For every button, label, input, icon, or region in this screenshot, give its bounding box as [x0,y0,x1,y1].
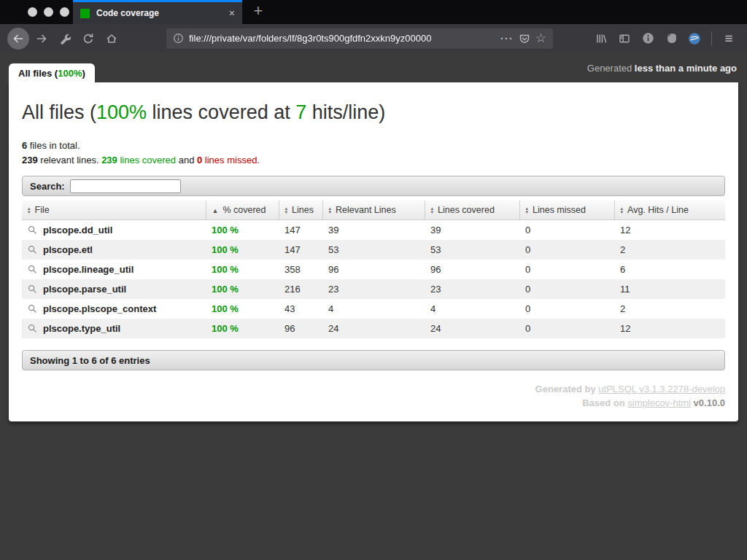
lines-cell: 96 [279,319,322,338]
utplsql-link[interactable]: utPLSQL v3.1.3.2278-develop [598,384,725,394]
tab-title: Code coverage [96,8,222,18]
coverage-header-band: All files (100%) Generated less than a m… [0,52,747,82]
file-name[interactable]: plscope.plscope_context [43,303,156,314]
magnifier-icon [28,265,37,274]
col-header-percent-covered[interactable]: ▲% covered [206,201,279,220]
window-minimize-button[interactable] [44,7,53,17]
file-name[interactable]: plscope.type_util [43,323,120,334]
window-controls [28,7,69,17]
table-row[interactable]: plscope.parse_util 100 % 216 23 23 0 11 [22,279,725,299]
back-icon [12,33,24,44]
sort-icon: ▴▾ [431,206,434,214]
title-hits: 7 [295,101,306,123]
reload-button[interactable] [77,28,99,50]
title-percent: 100% [96,101,147,123]
based-on-line: Based on simplecov-html v0.10.0 [22,396,725,410]
coverage-report-card: All files (100% lines covered at 7 hits/… [9,82,738,421]
col-header-lines[interactable]: ▴▾Lines [279,201,322,220]
blue-extension-button[interactable] [684,28,705,50]
tab-close-icon[interactable]: × [229,8,235,18]
relevant-lines-cell: 39 [322,220,425,241]
tools-button[interactable] [54,28,76,50]
sidebar-button[interactable] [614,28,635,50]
tab-favicon [80,9,90,18]
evernote-elephant-icon [665,32,678,44]
simplecov-html-link[interactable]: simplecov-html [627,397,691,408]
bookmark-star-icon[interactable]: ☆ [535,32,546,44]
library-button[interactable] [590,28,612,50]
all-files-tab[interactable]: All files (100%) [9,63,95,82]
window-close-button[interactable] [28,7,37,17]
evernote-extension-button[interactable] [660,28,682,50]
search-input[interactable] [70,179,181,193]
toolbar-separator [711,31,712,46]
magnifier-icon [28,225,37,235]
table-row[interactable]: plscope.lineage_util 100 % 358 96 96 0 6 [22,260,725,279]
lines-cell: 216 [279,279,322,299]
col-header-file[interactable]: ▴▾File [22,201,206,220]
col-header-lines-covered[interactable]: ▴▾Lines covered [425,201,519,220]
based-on-label: Based on [582,397,627,408]
col-header-lines-missed[interactable]: ▴▾Lines missed [519,201,614,220]
percent-covered-cell: 100 % [206,319,279,338]
percent-covered-cell: 100 % [206,299,279,319]
pocket-icon[interactable] [519,33,530,44]
magnifier-icon [28,245,37,254]
url-bar[interactable]: file:///private/var/folders/lf/8g3r0ts90… [166,28,553,49]
percent-covered-cell: 100 % [206,260,279,279]
avg-hits-cell: 2 [614,240,725,260]
percent-covered-cell: 100 % [206,279,279,299]
table-row[interactable]: plscope.dd_util 100 % 147 39 39 0 12 [22,220,725,241]
percent-covered-cell: 100 % [206,220,279,241]
table-row[interactable]: plscope.type_util 100 % 96 24 24 0 12 [22,319,725,338]
generated-value: less than a minute ago [635,62,737,73]
file-name[interactable]: plscope.etl [43,244,93,255]
title-prefix: All files ( [22,101,96,123]
lines-cell: 147 [279,220,322,241]
info-circle-icon [642,32,654,44]
window-zoom-button[interactable] [60,7,69,17]
file-name[interactable]: plscope.lineage_util [43,264,133,275]
showing-entries-bar: Showing 1 to 6 of 6 entries [22,350,725,370]
blue-extension-icon [688,32,701,45]
col-header-relevant-lines[interactable]: ▴▾Relevant Lines [322,201,425,220]
covered-lines-text: lines covered [117,155,176,166]
avg-hits-cell: 2 [614,299,725,319]
library-icon [595,33,607,44]
generated-label: Generated [587,62,635,73]
generated-by-label: Generated by [535,384,599,394]
table-row[interactable]: plscope.etl 100 % 147 53 53 0 2 [22,240,725,260]
relevant-lines-cell: 24 [322,319,425,338]
lines-missed-cell: 0 [519,260,614,279]
search-label: Search: [30,181,65,192]
extension-info-button[interactable] [637,28,659,50]
all-files-tab-suffix: ) [82,68,85,79]
back-button[interactable] [7,28,29,50]
forward-button[interactable] [31,28,53,50]
page-title: All files (100% lines covered at 7 hits/… [22,101,725,124]
lines-missed-cell: 0 [519,279,614,299]
browser-tab[interactable]: Code coverage × [73,0,242,24]
file-name[interactable]: plscope.dd_util [43,225,112,236]
relevant-lines-cell: 53 [322,240,425,260]
all-files-tab-prefix: All files ( [18,68,58,79]
sort-icon: ▴▾ [526,206,529,214]
title-middle: lines covered at [147,101,295,123]
col-header-avg-hits[interactable]: ▴▾Avg. Hits / Line [614,201,725,220]
sidebar-icon [619,33,630,44]
file-name[interactable]: plscope.parse_util [43,284,126,295]
new-tab-button[interactable]: + [248,1,268,20]
browser-toolbar: file:///private/var/folders/lf/8g3r0ts90… [0,24,747,52]
search-bar: Search: [22,176,725,196]
lines-missed-cell: 0 [519,299,614,319]
page-actions-icon[interactable]: ··· [500,32,514,44]
home-icon [106,33,117,44]
relevant-lines-cell: 96 [322,260,425,279]
relevant-lines-text: relevant lines. [38,155,101,166]
table-row[interactable]: plscope.plscope_context 100 % 43 4 4 0 2 [22,299,725,319]
sort-icon: ▴▾ [329,206,332,214]
home-button[interactable] [101,28,123,50]
sort-icon: ▴▾ [285,206,288,214]
menu-button[interactable]: ≡ [718,28,740,50]
relevant-lines-cell: 23 [322,279,425,299]
